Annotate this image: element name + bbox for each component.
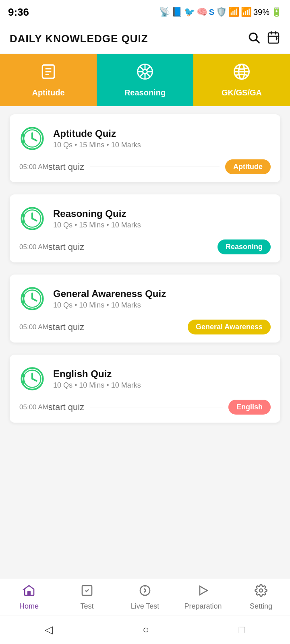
svg-line-33 <box>32 219 37 221</box>
recent-button[interactable]: □ <box>239 623 245 636</box>
android-nav: ◁ ○ □ <box>0 615 290 644</box>
reasoning-clock-icon <box>19 206 45 231</box>
gkgsga-label: GK/GS/GA <box>222 88 262 97</box>
skype-icon: S <box>209 8 214 17</box>
signal-icon: 📶 <box>241 7 252 17</box>
setting-label: Setting <box>250 602 272 611</box>
aptitude-icon <box>39 63 57 84</box>
tab-aptitude[interactable]: Aptitude <box>0 54 97 106</box>
general-awareness-badge[interactable]: General Awareness <box>188 320 271 334</box>
general-awareness-quiz-title: General Awareness Quiz <box>53 288 166 299</box>
aptitude-start-label: start quiz <box>48 162 84 172</box>
test-icon <box>81 584 93 600</box>
gkgsga-icon <box>233 63 251 84</box>
status-icons: 📡 📘 🐦 🧠 S 🛡️ 📶 📶 39% 🔋 <box>159 7 282 17</box>
aptitude-divider <box>90 167 220 167</box>
english-badge[interactable]: English <box>228 400 271 415</box>
english-quiz-time: 05:00 AM <box>19 403 48 411</box>
status-time: 9:36 <box>8 6 29 19</box>
facebook-icon: 📘 <box>172 7 182 17</box>
svg-line-47 <box>32 379 37 381</box>
svg-line-1 <box>256 40 259 43</box>
reasoning-label: Reasoning <box>124 88 166 97</box>
reasoning-badge[interactable]: Reasoning <box>218 239 271 254</box>
preparation-icon <box>197 584 209 600</box>
back-button[interactable]: ◁ <box>45 623 53 636</box>
nav-test[interactable]: Test <box>58 579 116 615</box>
aptitude-quiz-meta: 10 Qs • 15 Mins • 10 Marks <box>53 141 141 149</box>
reasoning-icon <box>136 63 154 84</box>
home-icon <box>23 584 35 600</box>
svg-line-16 <box>140 66 143 70</box>
twitter-icon: 🐦 <box>184 7 195 17</box>
nav-setting[interactable]: Setting <box>232 579 290 615</box>
aptitude-clock-icon <box>19 126 45 151</box>
english-quiz-meta: 10 Qs • 10 Mins • 10 Marks <box>53 381 141 390</box>
general-awareness-quiz-meta: 10 Qs • 10 Mins • 10 Marks <box>53 301 166 310</box>
english-quiz-card[interactable]: English Quiz 10 Qs • 10 Mins • 10 Marks … <box>10 355 280 423</box>
english-quiz-title: English Quiz <box>53 368 141 380</box>
home-label: Home <box>19 602 39 611</box>
reasoning-divider <box>90 247 212 247</box>
aptitude-badge[interactable]: Aptitude <box>225 159 271 174</box>
general-awareness-start-label: start quiz <box>48 322 84 332</box>
shield-icon: 🛡️ <box>216 7 227 17</box>
aptitude-quiz-card[interactable]: Aptitude Quiz 10 Qs • 15 Mins • 10 Marks… <box>10 114 280 182</box>
brain-icon: 🧠 <box>197 7 207 17</box>
reasoning-quiz-time: 05:00 AM <box>19 243 48 251</box>
live-test-label: Live Test <box>131 602 160 611</box>
reasoning-start-label: start quiz <box>48 242 84 252</box>
app-title: DAILY KNOWLEDGE QUIZ <box>10 33 148 45</box>
search-icon[interactable] <box>247 31 260 47</box>
svg-rect-51 <box>27 591 31 595</box>
preparation-label: Preparation <box>184 602 222 611</box>
location-icon: 📡 <box>159 7 170 17</box>
home-button[interactable]: ○ <box>143 623 149 636</box>
aptitude-label: Aptitude <box>32 88 64 97</box>
general-awareness-clock-icon <box>19 286 45 312</box>
test-label: Test <box>80 602 93 611</box>
wifi-icon: 📶 <box>228 7 239 17</box>
english-divider <box>90 407 223 407</box>
tab-reasoning[interactable]: Reasoning <box>97 54 193 106</box>
battery-level: 39% <box>253 8 269 17</box>
header: DAILY KNOWLEDGE QUIZ <box>0 24 290 54</box>
quiz-cards-container: Aptitude Quiz 10 Qs • 15 Mins • 10 Marks… <box>0 106 290 475</box>
reasoning-quiz-card[interactable]: Reasoning Quiz 10 Qs • 15 Mins • 10 Mark… <box>10 194 280 262</box>
general-awareness-divider <box>90 327 182 327</box>
english-clock-icon <box>19 366 45 392</box>
aptitude-quiz-time: 05:00 AM <box>19 163 48 171</box>
live-test-icon <box>139 584 151 600</box>
header-actions <box>247 31 280 47</box>
reasoning-quiz-title: Reasoning Quiz <box>53 208 141 219</box>
setting-icon <box>255 584 267 600</box>
svg-line-26 <box>32 138 37 140</box>
svg-point-11 <box>143 70 147 74</box>
bottom-nav: Home Test Live Test Preparation <box>0 579 290 615</box>
nav-home[interactable]: Home <box>0 579 58 615</box>
svg-line-19 <box>140 74 143 77</box>
svg-line-17 <box>147 74 150 77</box>
general-awareness-quiz-time: 05:00 AM <box>19 323 48 331</box>
calendar-icon[interactable] <box>267 31 280 47</box>
general-awareness-quiz-card[interactable]: General Awareness Quiz 10 Qs • 10 Mins •… <box>10 275 280 343</box>
battery-icon: 🔋 <box>271 7 282 17</box>
svg-point-56 <box>259 589 263 592</box>
tab-gkgsga[interactable]: GK/GS/GA <box>193 54 290 106</box>
reasoning-quiz-meta: 10 Qs • 15 Mins • 10 Marks <box>53 221 141 229</box>
svg-marker-55 <box>200 586 207 594</box>
nav-preparation[interactable]: Preparation <box>174 579 232 615</box>
nav-live-test[interactable]: Live Test <box>116 579 174 615</box>
english-start-label: start quiz <box>48 402 84 413</box>
svg-line-40 <box>32 299 37 301</box>
aptitude-quiz-title: Aptitude Quiz <box>53 128 141 139</box>
svg-line-18 <box>147 66 150 70</box>
category-tabs: Aptitude Reasoning <box>0 54 290 106</box>
status-bar: 9:36 📡 📘 🐦 🧠 S 🛡️ 📶 📶 39% 🔋 <box>0 0 290 24</box>
